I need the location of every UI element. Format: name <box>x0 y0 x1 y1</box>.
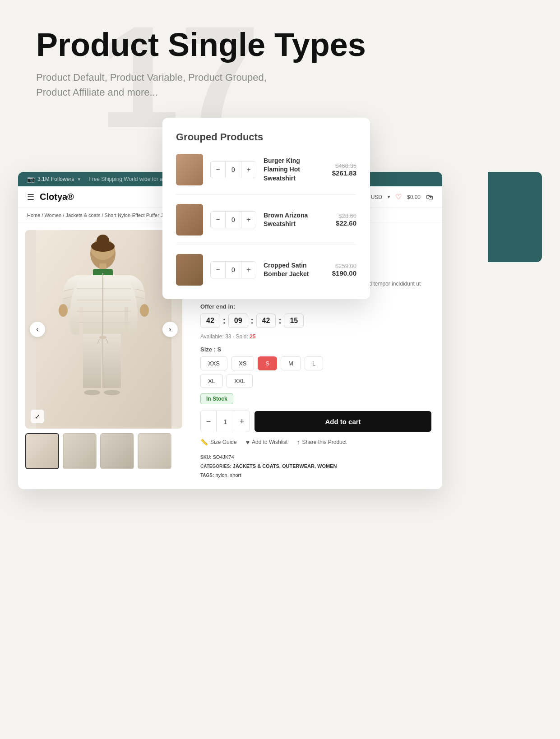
thumbnail-4[interactable] <box>138 433 171 469</box>
size-btn-xxs[interactable]: XXS <box>200 356 227 370</box>
size-buttons-row2: XL XXL <box>200 374 431 388</box>
svg-point-23 <box>99 336 106 339</box>
product-meta: SKU: SO4JK74 Categories: JACKETS & COATS… <box>200 453 431 480</box>
qty-minus-btn-3[interactable]: − <box>211 262 225 278</box>
qty-decrease-btn[interactable]: − <box>201 411 216 432</box>
heart-icon: ♥ <box>246 439 250 446</box>
offer-label: Offer end in: <box>200 303 431 310</box>
hamburger-icon[interactable]: ☰ <box>27 192 34 202</box>
qty-minus-btn-2[interactable]: − <box>211 212 225 228</box>
qty-plus-btn-2[interactable]: + <box>241 212 256 228</box>
right-overlay-content <box>488 172 542 181</box>
product-thumbnail-3 <box>176 254 203 286</box>
thumbnail-3[interactable] <box>100 433 134 469</box>
qty-increase-btn[interactable]: + <box>234 411 250 432</box>
grouped-item-info-2: Brown Arizona Sweatshirt <box>264 211 329 229</box>
cart-total[interactable]: $0.00 <box>407 194 421 200</box>
size-btn-m[interactable]: M <box>281 356 301 370</box>
qty-control-3: − 0 + <box>210 261 256 278</box>
product-area: Grouped Products − 0 + Burger King Flami… <box>18 118 542 614</box>
expand-btn[interactable]: ⤢ <box>31 410 44 423</box>
price-original-2: $28.60 <box>336 212 356 219</box>
gallery-prev-btn[interactable]: ‹ <box>30 322 45 337</box>
nav-left: ☰ Clotya® <box>27 192 79 202</box>
social-followers: 📷 3.1M Followers ▼ <box>27 176 81 183</box>
svg-point-26 <box>84 390 100 395</box>
svg-point-27 <box>104 390 120 395</box>
countdown-seconds: 42 <box>256 314 276 328</box>
stock-info: Available: 33 · Sold: 25 <box>200 333 431 340</box>
countdown-sep-3: : <box>278 316 281 326</box>
chevron-down-icon: ▾ <box>388 194 390 199</box>
qty-minus-btn-1[interactable]: − <box>211 162 225 178</box>
chevron-left-icon: ‹ <box>36 325 38 333</box>
categories-row: Categories: JACKETS & COATS, OUTERWEAR, … <box>200 462 431 471</box>
grouped-item: − 0 + Cropped Satin Bomber Jacket $259.0… <box>176 254 356 286</box>
gallery-next-btn[interactable]: › <box>162 322 178 337</box>
countdown-hours: 42 <box>200 314 220 328</box>
size-btn-s[interactable]: S <box>258 356 277 370</box>
grouped-item-name-1: Burger King Flaming Hot Sweatshirt <box>264 157 325 183</box>
currency-selector[interactable]: USD <box>371 194 382 200</box>
sku-row: SKU: SO4JK74 <box>200 453 431 462</box>
hero-section: 17 Product Single Types Product Default,… <box>0 0 560 118</box>
price-sale-3: $190.00 <box>332 269 356 277</box>
size-label: Size : S <box>200 346 431 353</box>
cart-icon[interactable]: 🛍 <box>426 193 433 201</box>
qty-plus-btn-3[interactable]: + <box>241 262 256 278</box>
size-btn-xl[interactable]: XL <box>200 374 223 388</box>
grouped-popup-title: Grouped Products <box>176 131 356 143</box>
sold-number: 25 <box>250 333 255 340</box>
grouped-item-name-3: Cropped Satin Bomber Jacket <box>264 261 325 279</box>
qty-control-1: − 0 + <box>210 161 256 178</box>
size-guide-link[interactable]: 📏 Size Guide <box>200 439 237 446</box>
quantity-control: − 1 + <box>200 411 250 432</box>
size-btn-l[interactable]: L <box>305 356 323 370</box>
countdown-minutes: 09 <box>228 314 248 328</box>
grouped-item: − 0 + Brown Arizona Sweatshirt $28.60 $2… <box>176 204 356 245</box>
countdown-ms: 15 <box>284 314 304 328</box>
qty-control-2: − 0 + <box>210 211 256 228</box>
countdown-timer: 42 : 09 : 42 : 15 <box>200 314 431 328</box>
wishlist-icon[interactable]: ♡ <box>395 193 402 201</box>
hero-title: Product Single Types <box>36 27 524 63</box>
thumbnail-1[interactable] <box>25 433 59 469</box>
quantity-display: 1 <box>216 411 234 432</box>
grouped-item-prices-3: $259.00 $190.00 <box>332 263 356 277</box>
store-logo[interactable]: Clotya® <box>40 192 74 202</box>
grouped-item-info-3: Cropped Satin Bomber Jacket <box>264 261 325 279</box>
svg-rect-21 <box>103 334 121 388</box>
add-to-wishlist-link[interactable]: ♥ Add to Wishlist <box>246 439 288 446</box>
grouped-item-prices-2: $28.60 $22.60 <box>336 212 356 227</box>
product-image-svg: OYA O MYS <box>36 230 171 429</box>
svg-point-18 <box>59 304 68 317</box>
size-btn-xxl[interactable]: XXL <box>227 374 253 388</box>
size-guide-icon: 📏 <box>200 439 208 446</box>
hero-subtitle: Product Default, Product Variable, Produ… <box>36 70 524 100</box>
grouped-popup: Grouped Products − 0 + Burger King Flami… <box>162 118 370 299</box>
share-icon: ↑ <box>296 439 300 446</box>
svg-point-4 <box>91 241 115 252</box>
main-product-image: OYA O MYS <box>25 230 182 429</box>
in-stock-badge: In Stock <box>200 393 233 404</box>
instagram-icon: 📷 <box>27 176 35 183</box>
qty-display-3: 0 <box>225 262 241 278</box>
size-btn-xs[interactable]: XS <box>231 356 254 370</box>
product-thumbnail-1 <box>176 154 203 185</box>
svg-point-19 <box>140 304 149 317</box>
add-to-cart-row: − 1 + Add to cart <box>200 411 431 432</box>
chevron-right-icon: › <box>169 325 171 333</box>
share-product-link[interactable]: ↑ Share this Product <box>296 439 347 446</box>
add-to-cart-btn[interactable]: Add to cart <box>255 411 431 432</box>
qty-display-1: 0 <box>225 162 241 178</box>
qty-plus-btn-1[interactable]: + <box>241 162 256 178</box>
price-sale-2: $22.60 <box>336 219 356 227</box>
thumbnail-2[interactable] <box>63 433 97 469</box>
thumbnail-row <box>25 433 182 469</box>
price-sale-1: $261.83 <box>332 169 356 177</box>
grouped-item-prices-1: $468.35 $261.83 <box>332 162 356 177</box>
tags-row: Tags: nylon, short <box>200 471 431 480</box>
right-overlay <box>488 172 542 262</box>
countdown-sep-1: : <box>223 316 226 326</box>
countdown-sep-2: : <box>251 316 254 326</box>
